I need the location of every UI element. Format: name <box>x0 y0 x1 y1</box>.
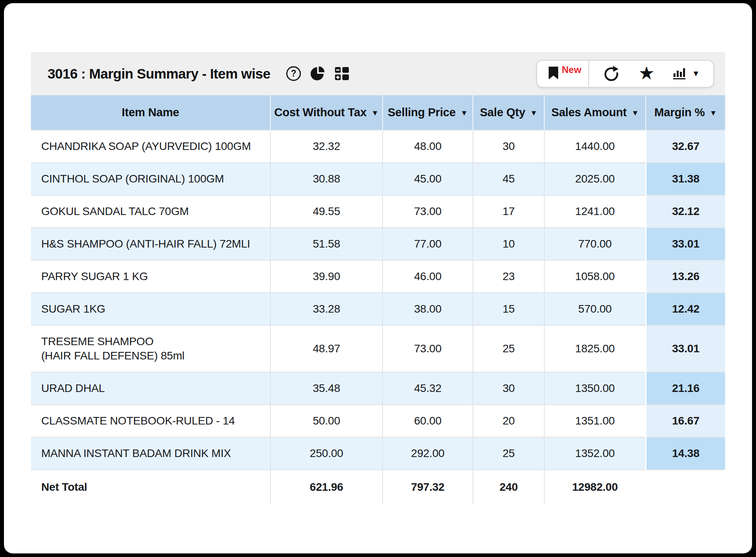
report-card: 3016 : Margin Summary - Item wise ? <box>4 3 752 553</box>
sales-amount-cell: 1351.00 <box>544 405 646 437</box>
sort-caret-icon[interactable]: ▼ <box>530 109 538 117</box>
net-total-label: Net Total <box>31 470 270 504</box>
sale-qty-cell: 15 <box>473 293 544 325</box>
net-total-row: Net Total 621.96 797.32 240 12982.00 <box>31 470 725 504</box>
sale-qty-cell: 45 <box>473 163 544 195</box>
margin-cell: 14.38 <box>646 437 725 470</box>
table-row: URAD DHAL 35.48 45.32 30 1350.00 21.16 <box>31 372 725 405</box>
margin-cell: 13.26 <box>646 260 725 293</box>
column-label: Selling Price <box>388 106 456 119</box>
item-name-cell: TRESEME SHAMPOO (HAIR FALL DEFENSE) 85ml <box>31 325 270 372</box>
sort-caret-icon[interactable]: ▼ <box>371 109 379 117</box>
cost-cell: 49.55 <box>270 195 383 228</box>
margin-cell: 33.01 <box>646 325 725 372</box>
selling-price-cell: 292.00 <box>383 437 473 470</box>
net-total-margin-cell <box>646 470 725 504</box>
sales-amount-cell: 1352.00 <box>544 437 646 470</box>
sale-qty-cell: 10 <box>473 228 544 260</box>
refresh-icon[interactable] <box>603 65 620 83</box>
sale-qty-cell: 17 <box>473 195 544 228</box>
net-total-cost-cell: 621.96 <box>270 470 383 504</box>
sale-qty-cell: 30 <box>473 130 544 163</box>
table-header-row: Item Name Cost Without Tax▼ Selling Pric… <box>31 95 725 130</box>
column-header-sales-amount[interactable]: Sales Amount▼ <box>544 95 646 130</box>
cost-cell: 50.00 <box>270 405 383 437</box>
table-row: H&S SHAMPOO (ANTI-HAIR FALL) 72MLI 51.58… <box>31 228 725 260</box>
table-row: TRESEME SHAMPOO (HAIR FALL DEFENSE) 85ml… <box>31 325 725 372</box>
margin-cell: 32.67 <box>646 130 725 163</box>
table-row: SUGAR 1KG 33.28 38.00 15 570.00 12.42 <box>31 293 725 325</box>
column-label: Cost Without Tax <box>274 106 367 119</box>
sales-amount-cell: 2025.00 <box>544 163 646 195</box>
item-name-cell: PARRY SUGAR 1 KG <box>31 260 270 293</box>
sale-qty-cell: 20 <box>473 405 544 437</box>
report-container: 3016 : Margin Summary - Item wise ? <box>31 52 725 504</box>
item-name-cell: CLASSMATE NOTEBOOK-RULED - 14 <box>31 405 270 437</box>
toolbar-actions: ★ ▼ <box>589 61 713 87</box>
cost-cell: 30.88 <box>270 163 383 195</box>
selling-price-cell: 73.00 <box>383 325 473 372</box>
table-row: PARRY SUGAR 1 KG 39.90 46.00 23 1058.00 … <box>31 260 725 293</box>
sort-caret-icon[interactable]: ▼ <box>710 109 717 117</box>
sale-qty-cell: 25 <box>473 437 544 470</box>
net-total-amount-cell: 12982.00 <box>544 470 646 504</box>
column-label: Sales Amount <box>551 106 627 119</box>
sales-amount-cell: 770.00 <box>544 228 646 260</box>
cost-cell: 33.28 <box>270 293 383 325</box>
sales-amount-cell: 1350.00 <box>544 372 646 405</box>
net-total-qty-cell: 240 <box>473 470 544 504</box>
table-row: CLASSMATE NOTEBOOK-RULED - 14 50.00 60.0… <box>31 405 725 437</box>
item-name-cell: SUGAR 1KG <box>31 293 270 325</box>
sort-caret-icon[interactable]: ▼ <box>460 109 468 117</box>
bookmark-icon <box>547 66 559 82</box>
bookmark-button[interactable]: New <box>537 61 588 87</box>
sales-amount-cell: 1440.00 <box>544 130 646 163</box>
sale-qty-cell: 23 <box>473 260 544 293</box>
help-icon[interactable]: ? <box>286 66 301 81</box>
selling-price-cell: 45.00 <box>383 163 473 195</box>
report-toolbar: New ★ <box>536 60 714 88</box>
item-name-cell: H&S SHAMPOO (ANTI-HAIR FALL) 72MLI <box>31 228 270 260</box>
column-label: Sale Qty <box>480 106 525 119</box>
report-titlebar: 3016 : Margin Summary - Item wise ? <box>31 52 725 95</box>
item-name-cell: MANNA INSTANT BADAM DRINK MIX <box>31 437 270 470</box>
item-name-cell: URAD DHAL <box>31 372 270 405</box>
cost-cell: 35.48 <box>270 372 383 405</box>
selling-price-cell: 38.00 <box>383 293 473 325</box>
pie-chart-icon[interactable] <box>310 66 325 81</box>
cost-cell: 51.58 <box>270 228 383 260</box>
cost-cell: 32.32 <box>270 130 383 163</box>
page-title: 3016 : Margin Summary - Item wise <box>48 66 270 82</box>
selling-price-cell: 77.00 <box>383 228 473 260</box>
summary-grid-icon[interactable] <box>335 66 349 81</box>
column-header-cost-without-tax[interactable]: Cost Without Tax▼ <box>270 95 383 130</box>
title-icons: ? <box>286 66 349 81</box>
margin-cell: 31.38 <box>646 163 725 195</box>
sales-amount-cell: 570.00 <box>544 293 646 325</box>
column-header-margin-percent[interactable]: Margin %▼ <box>646 95 725 130</box>
column-header-item-name: Item Name <box>31 95 270 130</box>
margin-cell: 21.16 <box>646 372 725 405</box>
sale-qty-cell: 25 <box>473 325 544 372</box>
column-header-selling-price[interactable]: Selling Price▼ <box>383 95 473 130</box>
cost-cell: 39.90 <box>270 260 383 293</box>
table-row: MANNA INSTANT BADAM DRINK MIX 250.00 292… <box>31 437 725 470</box>
sort-caret-icon[interactable]: ▼ <box>632 109 639 117</box>
chevron-down-icon: ▼ <box>692 69 700 78</box>
chart-type-selector[interactable]: ▼ <box>673 66 700 82</box>
cost-cell: 48.97 <box>270 325 383 372</box>
item-name-cell: CHANDRIKA SOAP (AYURVEDIC) 100GM <box>31 130 270 163</box>
column-header-sale-qty[interactable]: Sale Qty▼ <box>473 95 544 130</box>
net-total-price-cell: 797.32 <box>383 470 473 504</box>
column-label: Item Name <box>122 106 179 119</box>
sales-amount-cell: 1825.00 <box>544 325 646 372</box>
sales-amount-cell: 1241.00 <box>544 195 646 228</box>
margin-cell: 16.67 <box>646 405 725 437</box>
item-name-cell: GOKUL SANDAL TALC 70GM <box>31 195 270 228</box>
cost-cell: 250.00 <box>270 437 383 470</box>
table-row: GOKUL SANDAL TALC 70GM 49.55 73.00 17 12… <box>31 195 725 228</box>
selling-price-cell: 46.00 <box>383 260 473 293</box>
selling-price-cell: 60.00 <box>383 405 473 437</box>
column-label: Margin % <box>655 106 705 119</box>
favorite-star-icon[interactable]: ★ <box>638 64 655 82</box>
